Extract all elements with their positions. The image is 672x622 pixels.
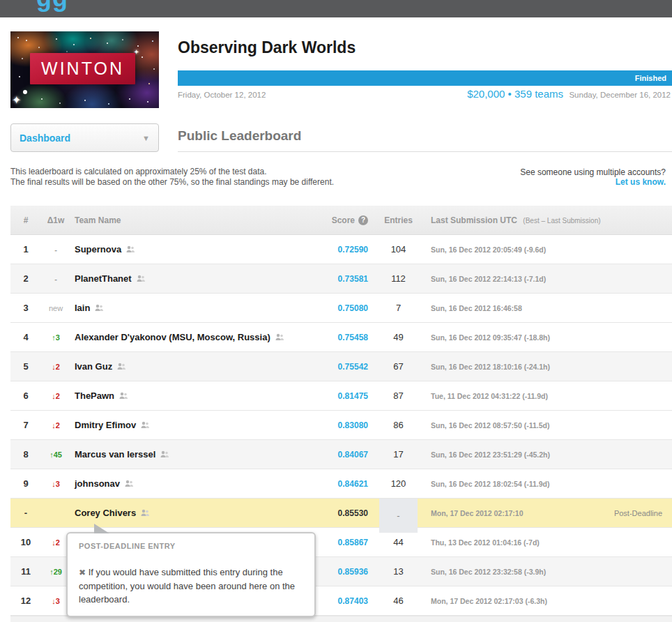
close-icon[interactable]: ✖ [79,568,86,577]
tooltip-title: POST-DEADLINE ENTRY [79,542,303,550]
page: gg ✦ ✦ WINTON Observing Dark Worlds Fini… [0,0,672,622]
dashboard-dropdown[interactable]: Dashboard ▼ [10,123,159,152]
delta-1w-cell: ↓2 [41,411,70,439]
prize-and-teams: $20,000 • 359 teams [467,88,563,100]
header-entries: Entries [379,206,418,234]
delta-1w-cell: ↓2 [41,381,70,410]
rank-cell: 9 [10,469,41,498]
rank-cell: 8 [10,440,41,469]
score-link[interactable]: 0.75542 [338,362,368,372]
score-link[interactable]: 0.83080 [338,420,368,430]
winton-logo-text: WINTON [41,59,124,79]
score-link[interactable]: 0.73581 [338,274,368,284]
score-link[interactable]: 0.87403 [338,596,368,606]
entries-cell: 13 [379,557,418,586]
entries-value: 49 [393,332,403,342]
entries-value: - [397,510,399,521]
score-link[interactable]: 0.84067 [338,450,368,460]
score-link[interactable]: 0.81475 [338,391,368,401]
table-row[interactable]: 5 ↓2 Ivan Guz 0.75542 67 Sun, 16 Dec 201… [10,352,672,381]
let-us-know-link[interactable]: Let us know. [616,177,666,187]
score-cell[interactable]: 0.73581 [322,264,379,293]
last-submission-cell: Sun, 16 Dec 2012 09:35:47 (-18.8h) [418,323,672,351]
last-submission-value: Sun, 16 Dec 2012 23:51:29 (-45.2h) [431,450,550,459]
team-name-cell: Marcus van Ierssel [70,440,322,469]
score-cell[interactable]: 0.75458 [322,323,379,351]
status-badge: Finished [635,74,672,82]
last-submission-cell: Mon, 17 Dec 2012 02:17:03 (-6.3h) [418,586,672,615]
score-cell[interactable]: 0.85936 [322,557,379,586]
table-row[interactable]: 2 - PlanetThanet 0.73581 112 Sun, 16 Dec… [10,264,672,294]
table-row[interactable]: 3 new Iain 0.75080 7 Sun, 16 Dec 2012 16… [10,294,672,323]
last-submission-cell: Mon, 17 Dec 2012 02:17:10 Post-Deadline [418,499,672,527]
score-cell[interactable]: 0.85530 [322,499,379,527]
table-row[interactable]: - Corey Chivers 0.85530 - Mon, 17 Dec 20… [10,499,672,528]
starfield-decoration [17,37,19,38]
score-link[interactable]: 0.72590 [338,245,368,255]
table-row[interactable]: 9 ↓3 johnsonav 0.84621 120 Sun, 16 Dec 2… [10,469,672,499]
score-cell[interactable]: 0.84067 [322,440,379,469]
team-members-icon [160,450,169,459]
team-members-icon [116,363,126,371]
delta-1w-cell: new [41,294,70,322]
entries-value: 13 [393,566,403,577]
header-last-submission-label: Last Submission UTC [431,215,517,225]
score-cell[interactable]: 0.75080 [322,294,379,322]
team-name-cell: Alexander D'yakonov (MSU, Moscow, Russia… [70,323,322,351]
header-last-submission: Last Submission UTC (Best – Last Submiss… [418,206,672,234]
score-cell[interactable]: 0.84621 [322,469,379,498]
team-members-icon [140,509,150,517]
team-name-label: Ivan Guz [75,361,112,372]
score-cell[interactable]: 0.85867 [322,528,379,556]
team-name-cell: Iain [70,294,322,322]
last-submission-value: Tue, 11 Dec 2012 04:31:22 (-11.9d) [431,392,548,400]
competition-progress-bar: Finished [178,70,672,86]
score-link[interactable]: 0.75080 [338,303,368,313]
team-name-label: Dmitry Efimov [75,420,136,430]
score-cell[interactable]: 0.81475 [322,381,379,410]
rank-cell: 12 [10,586,41,615]
rank-cell: 11 [10,557,41,586]
score-link[interactable]: 0.84621 [338,479,368,489]
last-submission-value: Thu, 13 Dec 2012 01:04:16 (-7d) [431,538,540,547]
team-name-cell: Supernova [70,235,322,264]
score-cell[interactable]: 0.72590 [322,235,379,264]
team-name-label: Marcus van Ierssel [75,449,155,460]
last-submission-value: Sun, 16 Dec 2012 20:05:49 (-9.6d) [431,245,546,254]
rank-cell: 10 [10,528,41,556]
post-deadline-badge: Post-Deadline [614,509,662,517]
entries-value: 104 [391,244,406,255]
rank-cell: 4 [10,323,41,351]
last-submission-cell: Sun, 16 Dec 2012 20:05:49 (-9.6d) [418,235,672,264]
table-row[interactable]: 6 ↓2 ThePawn 0.81475 87 Tue, 11 Dec 2012… [10,381,672,411]
team-members-icon [136,275,146,283]
score-link[interactable]: 0.85530 [338,508,368,518]
entries-cell: 86 [379,411,418,439]
help-icon[interactable]: ? [358,215,368,225]
entries-cell: 46 [379,586,418,615]
star-icon: ✦ [12,93,21,107]
header-team-name: Team Name [70,206,322,234]
score-cell[interactable]: 0.75542 [322,352,379,381]
team-name-cell: Dmitry Efimov [70,411,322,439]
team-name-label: Corey Chivers [75,508,136,518]
delta-1w-cell [41,499,70,527]
rank-cell: 3 [10,294,41,322]
table-row[interactable]: 1 - Supernova 0.72590 104 Sun, 16 Dec 20… [10,235,672,264]
team-name-cell: Ivan Guz [70,352,322,381]
score-cell[interactable]: 0.87403 [322,586,379,615]
score-cell[interactable]: 0.83080 [322,411,379,439]
table-row[interactable]: 7 ↓2 Dmitry Efimov 0.83080 86 Sun, 16 De… [10,411,672,440]
competition-banner[interactable]: ✦ ✦ WINTON [10,31,159,108]
section-divider [178,151,672,152]
kaggle-logo[interactable]: gg [36,0,68,13]
table-row[interactable]: 8 ↑45 Marcus van Ierssel 0.84067 17 Sun,… [10,440,672,469]
table-row[interactable]: 4 ↑3 Alexander D'yakonov (MSU, Moscow, R… [10,323,672,352]
score-link[interactable]: 0.85867 [338,538,368,547]
last-submission-value: Sun, 16 Dec 2012 18:10:16 (-24.1h) [431,363,550,371]
leaderboard-description: This leaderboard is calculated on approx… [10,167,334,188]
delta-1w-cell: - [41,235,70,264]
tooltip-body-text: If you would have submitted this entry d… [79,567,295,605]
score-link[interactable]: 0.85936 [338,567,368,577]
score-link[interactable]: 0.75458 [338,333,368,342]
